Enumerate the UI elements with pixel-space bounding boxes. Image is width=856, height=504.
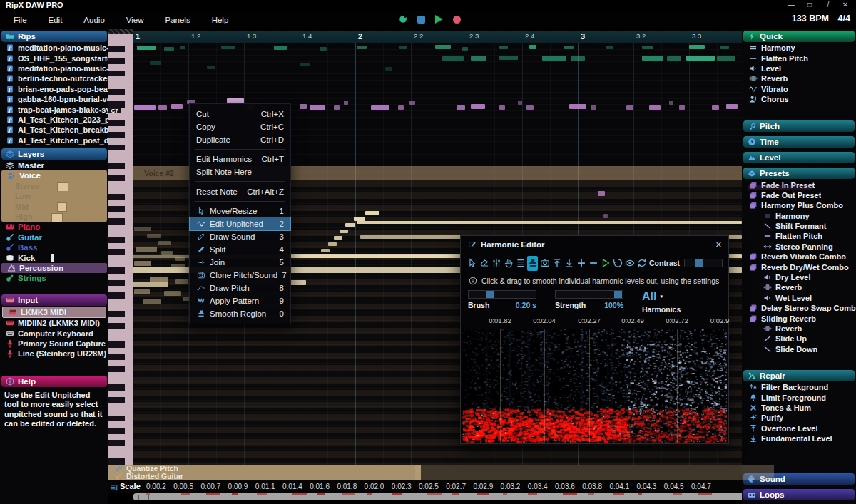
close-icon[interactable]: ✕: [715, 240, 722, 250]
layer-percussion[interactable]: Percussion: [1, 263, 107, 273]
menu-item-join[interactable]: Join5: [190, 256, 290, 269]
overlay-row-distorted-guitar[interactable]: Distorted Guitar: [108, 473, 421, 480]
menu-file[interactable]: File: [3, 11, 38, 29]
unpitched-note[interactable]: [137, 46, 156, 50]
layer-bass[interactable]: Bass: [0, 242, 108, 252]
menu-panels[interactable]: Panels: [155, 11, 201, 29]
repair-purify[interactable]: Purify: [742, 413, 856, 423]
black-key[interactable]: [108, 101, 133, 108]
menu-item-apply-pattern[interactable]: Apply Pattern9: [190, 294, 290, 307]
unpitched-note[interactable]: [164, 47, 174, 51]
pitched-note[interactable]: [471, 104, 485, 109]
voice-sub-slider[interactable]: [57, 182, 68, 191]
pitched-note[interactable]: [603, 214, 608, 218]
preset-reverb-vibrato-combo[interactable]: Reverb Vibrato Combo: [742, 252, 856, 262]
strength-slider[interactable]: [555, 290, 623, 299]
black-key[interactable]: [108, 267, 133, 274]
pitched-note[interactable]: [499, 105, 505, 110]
tool-eye-icon[interactable]: [625, 256, 636, 271]
preset-reverb-dry-wet-combo[interactable]: Reverb Dry/Wet Combo: [742, 262, 856, 272]
menu-view[interactable]: View: [116, 11, 155, 29]
menu-item-duplicate[interactable]: DuplicateCtrl+D: [190, 133, 290, 146]
pitched-note[interactable]: [227, 98, 244, 103]
voice-sub-slider[interactable]: [51, 213, 63, 222]
ruler-tick[interactable]: 1.4: [302, 32, 312, 40]
ruler-tick[interactable]: 1: [136, 32, 140, 41]
quick-reverb[interactable]: Reverb: [742, 73, 856, 83]
voice-sub-slider[interactable]: [57, 202, 67, 211]
black-key[interactable]: [108, 58, 133, 65]
unpitched-note[interactable]: [564, 46, 574, 49]
voice-note[interactable]: [134, 227, 151, 231]
bpm-display[interactable]: 133 BPM: [792, 14, 829, 24]
input-header[interactable]: Input: [1, 294, 107, 306]
unpitched-note[interactable]: [385, 67, 392, 71]
unpitched-note[interactable]: [399, 46, 407, 49]
menu-item-edit-harmonics[interactable]: Edit HarmonicsCtrl+T: [190, 153, 290, 165]
pitched-note[interactable]: [569, 104, 586, 109]
piano-keyboard[interactable]: C7: [108, 34, 133, 465]
preset-fade-out-preset[interactable]: Fade Out Preset: [742, 190, 856, 200]
pitched-note[interactable]: [371, 105, 389, 110]
scale-label[interactable]: Scale: [120, 482, 141, 490]
tool-hand-icon[interactable]: [503, 256, 514, 271]
preset-wet-level[interactable]: Wet Level: [742, 293, 856, 303]
unpitched-note[interactable]: [300, 63, 310, 66]
unpitched-note[interactable]: [542, 56, 566, 61]
black-key[interactable]: [108, 341, 133, 348]
input-item[interactable]: Computer Keyboard: [0, 328, 108, 338]
unpitched-note[interactable]: [717, 56, 735, 61]
unpitched-note[interactable]: [689, 45, 705, 49]
voice-note[interactable]: [175, 279, 188, 284]
resize-button[interactable]: /: [822, 0, 835, 10]
unpitched-note[interactable]: [571, 56, 585, 61]
quick-chorus[interactable]: Chorus: [742, 94, 856, 104]
pitched-note[interactable]: [171, 104, 183, 109]
menu-item-copy[interactable]: CopyCtrl+C: [190, 120, 290, 133]
minimize-button[interactable]: —: [785, 0, 798, 10]
tool-smooth-icon[interactable]: [527, 256, 538, 271]
voice-note[interactable]: [164, 291, 181, 296]
menu-edit[interactable]: Edit: [38, 11, 73, 29]
quick-vibrato[interactable]: Vibrato: [742, 84, 856, 94]
voice-note[interactable]: [345, 223, 355, 227]
unpitched-note[interactable]: [499, 56, 518, 60]
menu-item-split[interactable]: Split4: [190, 243, 290, 256]
menu-item-move-resize[interactable]: Move/Resize1: [190, 205, 290, 217]
voice-note[interactable]: [357, 221, 742, 224]
voice-sub-low[interactable]: Low: [1, 191, 107, 201]
black-key[interactable]: [108, 428, 133, 434]
pitched-note[interactable]: [526, 105, 534, 110]
black-key[interactable]: [108, 292, 133, 299]
scale-icon[interactable]: [109, 483, 118, 492]
ruler-tick[interactable]: 3.2: [636, 32, 646, 40]
rip-item[interactable]: meditation-piano-music-...: [0, 43, 108, 53]
black-key[interactable]: [108, 249, 133, 255]
pitched-note[interactable]: [134, 105, 156, 110]
unpitched-note[interactable]: [499, 46, 508, 49]
black-key[interactable]: [108, 194, 133, 200]
menu-help[interactable]: Help: [201, 11, 240, 29]
pitched-note[interactable]: [726, 104, 738, 109]
preset-delay-stereo-swap-combo[interactable]: Delay Stereo Swap Combo: [742, 303, 856, 313]
voice-note[interactable]: [133, 282, 168, 287]
unpitched-note[interactable]: [642, 56, 663, 61]
presets-header[interactable]: Presets: [743, 168, 855, 179]
black-key[interactable]: [108, 416, 133, 422]
menu-item-draw-sound[interactable]: Draw Sound3: [190, 230, 290, 243]
pitched-note[interactable]: [300, 104, 307, 109]
black-key[interactable]: [108, 145, 133, 151]
unpitched-note[interactable]: [320, 47, 327, 51]
menu-item-clone-pitch-sound[interactable]: Clone Pitch/Sound7: [190, 269, 290, 282]
pitch-header[interactable]: Pitch: [743, 120, 855, 132]
unpitched-note[interactable]: [471, 56, 486, 61]
voice-note[interactable]: [161, 251, 173, 255]
stop-button[interactable]: [417, 16, 425, 24]
menu-item-cut[interactable]: CutCtrl+X: [190, 108, 290, 120]
menu-item-split-note-here[interactable]: Split Note Here: [190, 165, 290, 178]
unpitched-note[interactable]: [529, 45, 536, 49]
layer-piano[interactable]: Piano: [0, 222, 108, 232]
brush-value[interactable]: 0.20 s: [516, 301, 536, 309]
contrast-slider[interactable]: [684, 259, 723, 267]
unpitched-note[interactable]: [686, 56, 715, 61]
